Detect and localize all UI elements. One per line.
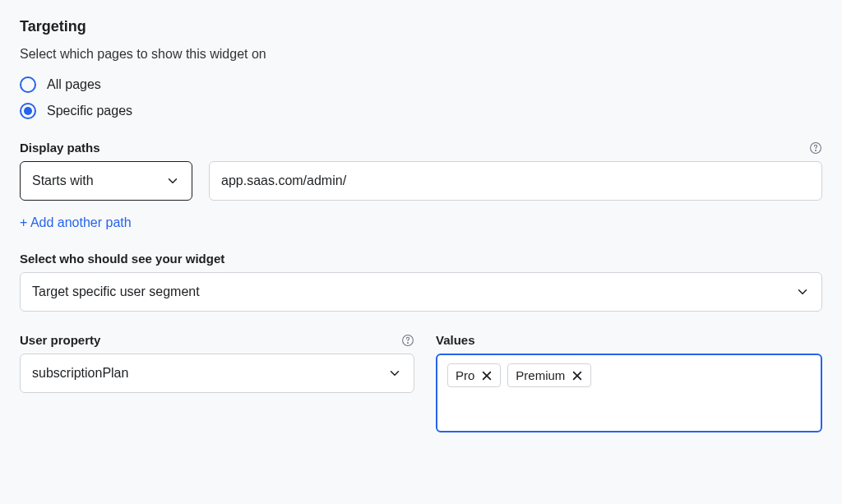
radio-all-pages[interactable]: All pages [20, 76, 822, 93]
user-property-label: User property [20, 333, 100, 347]
audience-label: Select who should see your widget [20, 252, 822, 266]
value-chip: Pro [447, 363, 501, 387]
page-scope-radio-group: All pages Specific pages [20, 76, 822, 119]
user-property-select[interactable]: subscriptionPlan [20, 354, 414, 393]
select-value: Starts with [32, 173, 165, 188]
close-icon[interactable] [571, 370, 583, 381]
audience-select[interactable]: Target specific user segment [20, 272, 822, 312]
chevron-down-icon [795, 284, 810, 299]
section-description: Select which pages to show this widget o… [20, 47, 822, 62]
close-icon[interactable] [481, 370, 493, 381]
display-paths-label: Display paths [20, 141, 100, 155]
chevron-down-icon [387, 366, 402, 381]
path-value-input[interactable] [209, 161, 822, 201]
select-value: Target specific user segment [32, 284, 795, 299]
svg-point-3 [408, 342, 409, 343]
help-icon[interactable] [401, 334, 414, 347]
chip-label: Pro [456, 368, 474, 382]
svg-point-1 [816, 150, 817, 150]
help-icon[interactable] [809, 141, 822, 155]
radio-label: All pages [47, 77, 101, 92]
radio-label: Specific pages [47, 104, 132, 118]
chevron-down-icon [165, 173, 180, 188]
add-path-link[interactable]: + Add another path [20, 215, 132, 230]
values-input[interactable]: ProPremium [436, 354, 822, 432]
path-operator-select[interactable]: Starts with [20, 161, 192, 201]
select-value: subscriptionPlan [32, 366, 387, 381]
section-title: Targeting [20, 18, 822, 35]
value-chip: Premium [507, 363, 591, 387]
radio-specific-pages[interactable]: Specific pages [20, 103, 822, 119]
radio-button-icon [20, 76, 36, 93]
values-label: Values [436, 333, 822, 347]
chip-label: Premium [516, 368, 565, 382]
radio-button-icon [20, 103, 36, 119]
